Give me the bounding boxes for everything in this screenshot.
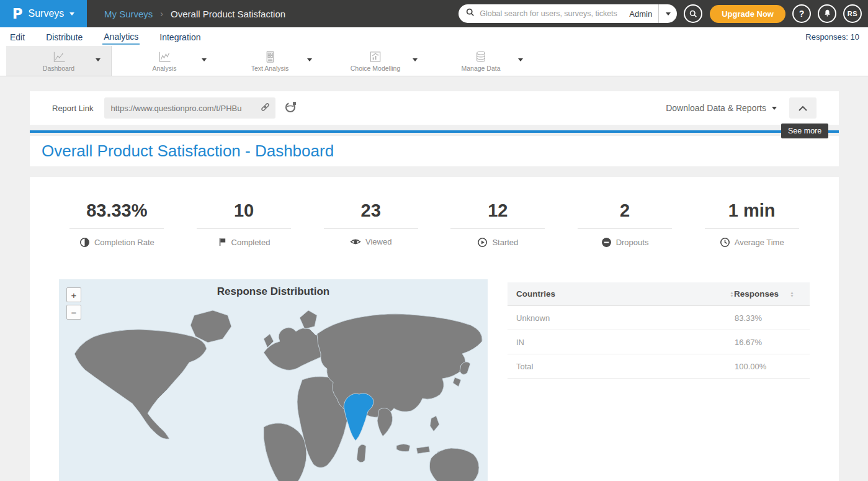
upgrade-now-button[interactable]: Upgrade Now — [710, 5, 785, 23]
stats-row: 83.33% Completion Rate 10 Completed 23 — [53, 200, 815, 248]
topbar: P Surveys My Surveys › Overall Product S… — [0, 0, 868, 27]
tool-label: Manage Data — [461, 65, 500, 72]
report-link-bar: Report Link Download Data & Reports — [30, 91, 839, 125]
tool-choice-modelling[interactable]: Choice Modelling — [323, 46, 428, 76]
stat-label: Dropouts — [616, 238, 649, 247]
stat-label: Started — [492, 238, 518, 247]
country-cell: Total — [516, 362, 734, 371]
global-search: Admin — [459, 4, 677, 23]
chevron-down-icon[interactable] — [518, 58, 523, 61]
search-button[interactable] — [684, 4, 702, 23]
see-more-tooltip: See more — [781, 124, 828, 138]
chevron-down-icon[interactable] — [307, 58, 312, 61]
page-title: Overall Product Satisfaction - Dashboard — [30, 142, 334, 161]
country-india — [344, 393, 374, 441]
collapse-toolbar-button[interactable] — [789, 97, 817, 119]
question-icon: ? — [799, 9, 805, 19]
minus-circle-icon — [601, 237, 612, 248]
contrast-icon — [79, 237, 90, 248]
database-icon — [474, 50, 488, 63]
globe-icon[interactable] — [285, 101, 297, 115]
chevron-up-icon — [798, 106, 808, 111]
tool-text-analysis[interactable]: Text Analysis — [217, 46, 323, 76]
breadcrumb-current: Overall Product Satisfaction — [171, 9, 285, 19]
chevron-down-icon[interactable] — [96, 58, 101, 61]
stat-value: 12 — [488, 200, 508, 221]
stat-value: 2 — [620, 200, 630, 221]
stat-label: Average Time — [735, 238, 784, 247]
bell-icon — [823, 9, 831, 19]
stat-completed: 10 Completed — [181, 200, 308, 248]
tool-label: Text Analysis — [251, 65, 289, 72]
chevron-down-icon — [772, 107, 777, 110]
map-zoom-out-button[interactable]: − — [66, 305, 81, 320]
chevron-down-icon[interactable] — [202, 58, 207, 61]
search-icon — [466, 8, 475, 19]
column-header-responses[interactable]: Responses ▲▼ — [734, 289, 801, 299]
analytics-toolbar: Dashboard Analysis Text Analysis Choice … — [0, 46, 868, 76]
document-grid-icon — [263, 50, 277, 63]
eye-icon — [350, 237, 361, 246]
breadcrumb-my-surveys[interactable]: My Surveys — [104, 9, 153, 19]
map-zoom-in-button[interactable]: + — [66, 287, 81, 302]
stat-value: 1 min — [728, 200, 776, 221]
tool-label: Analysis — [152, 65, 176, 72]
tool-dashboard[interactable]: Dashboard — [6, 46, 112, 76]
zigzag-chart-icon — [157, 50, 172, 63]
product-label: Surveys — [29, 8, 65, 19]
nav-item-edit[interactable]: Edit — [9, 30, 26, 44]
flag-icon — [218, 237, 227, 247]
search-input[interactable] — [480, 9, 623, 18]
responses-cell: 100.00% — [734, 362, 801, 371]
download-label: Download Data & Reports — [666, 103, 766, 113]
search-scope-dropdown[interactable] — [658, 4, 677, 23]
stat-value: 23 — [361, 200, 381, 221]
stat-label: Viewed — [365, 237, 391, 246]
tool-label: Dashboard — [43, 65, 74, 72]
nav-item-integration[interactable]: Integration — [158, 30, 202, 44]
country-cell: IN — [516, 338, 734, 347]
play-circle-icon — [477, 237, 488, 248]
logo-surveys-menu[interactable]: P Surveys — [0, 0, 87, 27]
stat-value: 10 — [234, 200, 254, 221]
stat-label: Completion Rate — [94, 238, 154, 247]
table-row: IN 16.67% — [508, 330, 810, 354]
response-distribution-map[interactable]: Response Distribution + − — [59, 279, 488, 481]
table-row: Unknown 83.33% — [508, 306, 810, 330]
link-icon[interactable] — [260, 102, 271, 115]
dashboard-card: 83.33% Completion Rate 10 Completed 23 — [30, 177, 839, 481]
help-button[interactable]: ? — [792, 4, 811, 23]
stat-value: 83.33% — [86, 200, 147, 221]
framed-chart-icon — [368, 50, 383, 63]
sort-icon[interactable]: ▲▼ — [730, 291, 734, 297]
nav-item-analytics[interactable]: Analytics — [102, 29, 140, 45]
clock-icon — [720, 237, 730, 248]
report-url-input[interactable] — [110, 104, 260, 113]
breadcrumb: My Surveys › Overall Product Satisfactio… — [104, 9, 285, 19]
stat-completion-rate: 83.33% Completion Rate — [53, 200, 181, 248]
user-avatar[interactable]: RS — [843, 4, 862, 23]
survey-nav: Edit Distribute Analytics Integration Re… — [0, 27, 868, 46]
tool-label: Choice Modelling — [351, 65, 401, 72]
tool-manage-data[interactable]: Manage Data — [428, 46, 534, 76]
responses-count: Responses: 10 — [805, 32, 859, 42]
title-band: Overall Product Satisfaction - Dashboard — [30, 136, 839, 166]
search-scope-admin[interactable]: Admin — [623, 9, 658, 19]
chevron-down-icon[interactable] — [413, 58, 418, 61]
nav-item-distribute[interactable]: Distribute — [45, 30, 84, 44]
column-header-countries[interactable]: Countries ▲▼ — [516, 289, 734, 299]
questionpro-logo-icon: P — [12, 6, 23, 22]
chevron-down-icon — [69, 12, 74, 16]
notifications-button[interactable] — [818, 4, 836, 23]
tool-analysis[interactable]: Analysis — [112, 46, 217, 76]
download-data-reports-dropdown[interactable]: Download Data & Reports — [666, 103, 777, 113]
line-chart-icon — [51, 50, 66, 63]
stat-average-time: 1 min Average Time — [688, 200, 815, 248]
stat-label: Completed — [231, 238, 271, 247]
world-map[interactable] — [59, 279, 488, 481]
country-cell: Unknown — [516, 313, 734, 323]
stat-viewed: 23 Viewed — [307, 200, 434, 248]
sort-icon[interactable]: ▲▼ — [790, 291, 794, 297]
stat-dropouts: 2 Dropouts — [562, 200, 689, 248]
report-url-box — [104, 97, 275, 119]
